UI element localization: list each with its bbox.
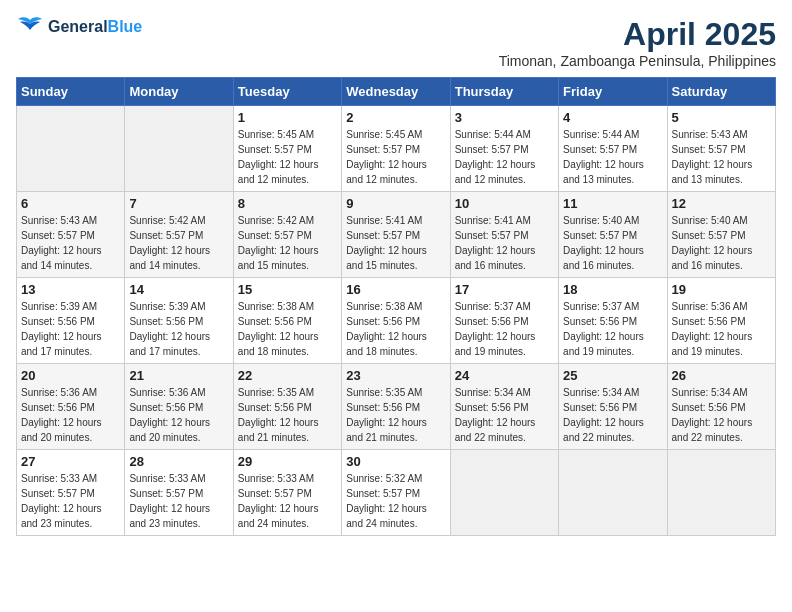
- calendar-cell: 25Sunrise: 5:34 AM Sunset: 5:56 PM Dayli…: [559, 364, 667, 450]
- day-number: 29: [238, 454, 337, 469]
- day-info: Sunrise: 5:34 AM Sunset: 5:56 PM Dayligh…: [455, 385, 554, 445]
- day-info: Sunrise: 5:38 AM Sunset: 5:56 PM Dayligh…: [346, 299, 445, 359]
- weekday-header-monday: Monday: [125, 78, 233, 106]
- calendar-week-row: 1Sunrise: 5:45 AM Sunset: 5:57 PM Daylig…: [17, 106, 776, 192]
- day-info: Sunrise: 5:32 AM Sunset: 5:57 PM Dayligh…: [346, 471, 445, 531]
- calendar-cell: [17, 106, 125, 192]
- day-number: 28: [129, 454, 228, 469]
- day-number: 15: [238, 282, 337, 297]
- day-number: 11: [563, 196, 662, 211]
- day-number: 1: [238, 110, 337, 125]
- day-info: Sunrise: 5:42 AM Sunset: 5:57 PM Dayligh…: [238, 213, 337, 273]
- weekday-header-saturday: Saturday: [667, 78, 775, 106]
- day-info: Sunrise: 5:37 AM Sunset: 5:56 PM Dayligh…: [455, 299, 554, 359]
- day-number: 21: [129, 368, 228, 383]
- calendar-cell: 9Sunrise: 5:41 AM Sunset: 5:57 PM Daylig…: [342, 192, 450, 278]
- day-info: Sunrise: 5:41 AM Sunset: 5:57 PM Dayligh…: [346, 213, 445, 273]
- day-number: 12: [672, 196, 771, 211]
- calendar-cell: 17Sunrise: 5:37 AM Sunset: 5:56 PM Dayli…: [450, 278, 558, 364]
- day-number: 24: [455, 368, 554, 383]
- day-number: 30: [346, 454, 445, 469]
- day-info: Sunrise: 5:33 AM Sunset: 5:57 PM Dayligh…: [21, 471, 120, 531]
- day-number: 23: [346, 368, 445, 383]
- calendar-cell: 26Sunrise: 5:34 AM Sunset: 5:56 PM Dayli…: [667, 364, 775, 450]
- calendar-cell: 12Sunrise: 5:40 AM Sunset: 5:57 PM Dayli…: [667, 192, 775, 278]
- calendar-cell: [559, 450, 667, 536]
- calendar-cell: 8Sunrise: 5:42 AM Sunset: 5:57 PM Daylig…: [233, 192, 341, 278]
- calendar-cell: 16Sunrise: 5:38 AM Sunset: 5:56 PM Dayli…: [342, 278, 450, 364]
- calendar-cell: 22Sunrise: 5:35 AM Sunset: 5:56 PM Dayli…: [233, 364, 341, 450]
- day-number: 6: [21, 196, 120, 211]
- day-number: 25: [563, 368, 662, 383]
- calendar-cell: 3Sunrise: 5:44 AM Sunset: 5:57 PM Daylig…: [450, 106, 558, 192]
- weekday-header-wednesday: Wednesday: [342, 78, 450, 106]
- day-number: 19: [672, 282, 771, 297]
- calendar-cell: 20Sunrise: 5:36 AM Sunset: 5:56 PM Dayli…: [17, 364, 125, 450]
- day-number: 7: [129, 196, 228, 211]
- day-number: 10: [455, 196, 554, 211]
- calendar-table: SundayMondayTuesdayWednesdayThursdayFrid…: [16, 77, 776, 536]
- calendar-week-row: 13Sunrise: 5:39 AM Sunset: 5:56 PM Dayli…: [17, 278, 776, 364]
- weekday-header-friday: Friday: [559, 78, 667, 106]
- logo: GeneralBlue: [16, 16, 142, 38]
- calendar-cell: 6Sunrise: 5:43 AM Sunset: 5:57 PM Daylig…: [17, 192, 125, 278]
- day-info: Sunrise: 5:44 AM Sunset: 5:57 PM Dayligh…: [455, 127, 554, 187]
- day-number: 3: [455, 110, 554, 125]
- logo-bird-icon: [16, 16, 44, 38]
- calendar-week-row: 27Sunrise: 5:33 AM Sunset: 5:57 PM Dayli…: [17, 450, 776, 536]
- calendar-cell: 23Sunrise: 5:35 AM Sunset: 5:56 PM Dayli…: [342, 364, 450, 450]
- weekday-header-sunday: Sunday: [17, 78, 125, 106]
- day-number: 9: [346, 196, 445, 211]
- month-title: April 2025: [499, 16, 776, 53]
- day-info: Sunrise: 5:33 AM Sunset: 5:57 PM Dayligh…: [129, 471, 228, 531]
- calendar-cell: 7Sunrise: 5:42 AM Sunset: 5:57 PM Daylig…: [125, 192, 233, 278]
- day-info: Sunrise: 5:44 AM Sunset: 5:57 PM Dayligh…: [563, 127, 662, 187]
- calendar-week-row: 6Sunrise: 5:43 AM Sunset: 5:57 PM Daylig…: [17, 192, 776, 278]
- calendar-cell: 27Sunrise: 5:33 AM Sunset: 5:57 PM Dayli…: [17, 450, 125, 536]
- day-number: 4: [563, 110, 662, 125]
- day-number: 13: [21, 282, 120, 297]
- logo-text: GeneralBlue: [48, 18, 142, 36]
- day-info: Sunrise: 5:36 AM Sunset: 5:56 PM Dayligh…: [21, 385, 120, 445]
- calendar-cell: 15Sunrise: 5:38 AM Sunset: 5:56 PM Dayli…: [233, 278, 341, 364]
- day-info: Sunrise: 5:41 AM Sunset: 5:57 PM Dayligh…: [455, 213, 554, 273]
- day-info: Sunrise: 5:35 AM Sunset: 5:56 PM Dayligh…: [346, 385, 445, 445]
- calendar-cell: 30Sunrise: 5:32 AM Sunset: 5:57 PM Dayli…: [342, 450, 450, 536]
- day-number: 20: [21, 368, 120, 383]
- calendar-cell: 19Sunrise: 5:36 AM Sunset: 5:56 PM Dayli…: [667, 278, 775, 364]
- day-info: Sunrise: 5:38 AM Sunset: 5:56 PM Dayligh…: [238, 299, 337, 359]
- calendar-cell: 21Sunrise: 5:36 AM Sunset: 5:56 PM Dayli…: [125, 364, 233, 450]
- calendar-cell: 1Sunrise: 5:45 AM Sunset: 5:57 PM Daylig…: [233, 106, 341, 192]
- calendar-cell: 11Sunrise: 5:40 AM Sunset: 5:57 PM Dayli…: [559, 192, 667, 278]
- day-info: Sunrise: 5:39 AM Sunset: 5:56 PM Dayligh…: [21, 299, 120, 359]
- day-number: 27: [21, 454, 120, 469]
- calendar-cell: [667, 450, 775, 536]
- day-number: 17: [455, 282, 554, 297]
- calendar-cell: 29Sunrise: 5:33 AM Sunset: 5:57 PM Dayli…: [233, 450, 341, 536]
- day-info: Sunrise: 5:39 AM Sunset: 5:56 PM Dayligh…: [129, 299, 228, 359]
- day-number: 14: [129, 282, 228, 297]
- day-info: Sunrise: 5:35 AM Sunset: 5:56 PM Dayligh…: [238, 385, 337, 445]
- day-info: Sunrise: 5:40 AM Sunset: 5:57 PM Dayligh…: [563, 213, 662, 273]
- day-number: 16: [346, 282, 445, 297]
- day-number: 22: [238, 368, 337, 383]
- location-title: Timonan, Zamboanga Peninsula, Philippine…: [499, 53, 776, 69]
- calendar-cell: 2Sunrise: 5:45 AM Sunset: 5:57 PM Daylig…: [342, 106, 450, 192]
- calendar-header-row: SundayMondayTuesdayWednesdayThursdayFrid…: [17, 78, 776, 106]
- page-header: GeneralBlue April 2025 Timonan, Zamboang…: [16, 16, 776, 69]
- day-info: Sunrise: 5:43 AM Sunset: 5:57 PM Dayligh…: [21, 213, 120, 273]
- day-info: Sunrise: 5:34 AM Sunset: 5:56 PM Dayligh…: [672, 385, 771, 445]
- day-info: Sunrise: 5:45 AM Sunset: 5:57 PM Dayligh…: [346, 127, 445, 187]
- day-info: Sunrise: 5:34 AM Sunset: 5:56 PM Dayligh…: [563, 385, 662, 445]
- calendar-week-row: 20Sunrise: 5:36 AM Sunset: 5:56 PM Dayli…: [17, 364, 776, 450]
- calendar-cell: 4Sunrise: 5:44 AM Sunset: 5:57 PM Daylig…: [559, 106, 667, 192]
- weekday-header-thursday: Thursday: [450, 78, 558, 106]
- day-info: Sunrise: 5:43 AM Sunset: 5:57 PM Dayligh…: [672, 127, 771, 187]
- day-info: Sunrise: 5:36 AM Sunset: 5:56 PM Dayligh…: [129, 385, 228, 445]
- calendar-cell: [125, 106, 233, 192]
- calendar-cell: [450, 450, 558, 536]
- day-number: 5: [672, 110, 771, 125]
- calendar-cell: 14Sunrise: 5:39 AM Sunset: 5:56 PM Dayli…: [125, 278, 233, 364]
- day-info: Sunrise: 5:45 AM Sunset: 5:57 PM Dayligh…: [238, 127, 337, 187]
- day-info: Sunrise: 5:40 AM Sunset: 5:57 PM Dayligh…: [672, 213, 771, 273]
